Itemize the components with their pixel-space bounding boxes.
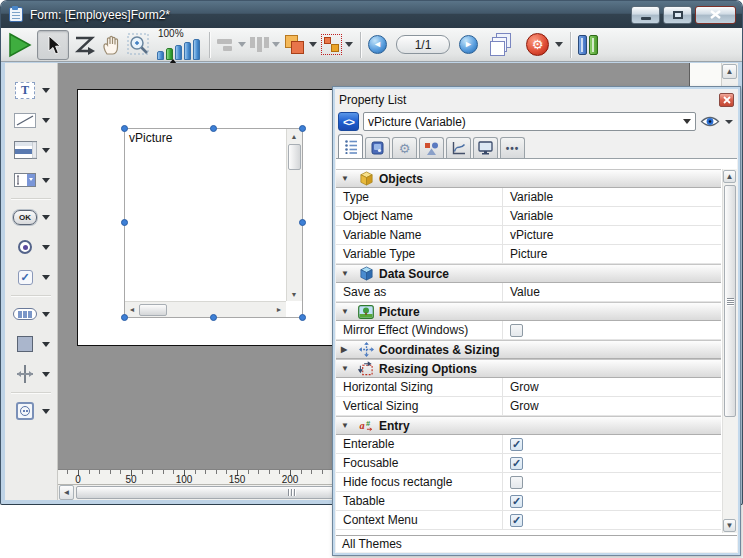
duplicate-tool[interactable] — [284, 30, 317, 60]
checkbox-hide-focus-rectangle[interactable] — [510, 476, 523, 489]
selection-tool[interactable] — [37, 30, 69, 60]
radio-button-tool[interactable] — [12, 232, 50, 262]
selection-handle-ne[interactable] — [299, 125, 306, 132]
entry-order-tool[interactable] — [73, 30, 97, 60]
rectangle-tool[interactable] — [12, 329, 50, 359]
run-button[interactable] — [5, 30, 33, 60]
zoom-level-widget[interactable]: 100% — [157, 30, 200, 60]
tab-display[interactable] — [473, 137, 498, 158]
section-header-entry[interactable]: ▼a#Entry — [336, 416, 721, 435]
dropdown-icon[interactable] — [42, 312, 50, 317]
collapse-triangle-icon[interactable]: ▼ — [341, 269, 351, 278]
dropdown-icon[interactable] — [42, 148, 50, 153]
listbox-tool[interactable] — [12, 135, 50, 165]
scrollbar-thumb[interactable] — [288, 144, 301, 170]
next-page-button[interactable]: ► — [459, 35, 478, 54]
property-list-scrollbar[interactable]: ▲ ▼ — [722, 169, 737, 533]
scroll-down-button[interactable]: ▼ — [723, 519, 736, 532]
checkbox-focusable[interactable]: ✓ — [510, 457, 523, 470]
scroll-up-button[interactable]: ▲ — [723, 170, 736, 183]
pan-hand-tool[interactable] — [101, 30, 123, 60]
property-value[interactable]: Picture — [503, 247, 721, 261]
property-value[interactable]: Variable — [503, 190, 721, 204]
duplicate-dropdown-icon[interactable] — [309, 42, 317, 47]
zoom-bar-1[interactable] — [157, 51, 164, 60]
scroll-left-button[interactable]: ◄ — [59, 485, 74, 500]
checkbox-mirror-effect-windows[interactable] — [510, 324, 523, 337]
collapse-triangle-icon[interactable]: ▼ — [341, 174, 351, 183]
dropdown-icon[interactable] — [42, 118, 50, 123]
dropdown-icon[interactable] — [42, 372, 50, 377]
section-header-objects[interactable]: ▼Objects — [336, 169, 721, 188]
dropdown-icon[interactable] — [42, 88, 50, 93]
property-list-titlebar[interactable]: Property List — [336, 90, 737, 109]
gear-dropdown-icon[interactable] — [555, 42, 563, 47]
object-selector-combobox[interactable]: vPicture (Variable) — [363, 112, 696, 131]
theme-bar[interactable]: All Themes — [336, 535, 737, 552]
property-row-horizontal-sizing[interactable]: Horizontal SizingGrow — [336, 378, 721, 397]
property-row-type[interactable]: TypeVariable — [336, 188, 721, 207]
zoom-bar-4[interactable] — [184, 42, 191, 60]
align-tool[interactable] — [217, 30, 246, 60]
line-tool[interactable] — [12, 105, 50, 135]
dropdown-icon[interactable] — [42, 275, 50, 280]
property-row-context-menu[interactable]: Context Menu✓ — [336, 511, 721, 530]
form-pages-button[interactable] — [490, 30, 514, 60]
scroll-up-button[interactable]: ▲ — [287, 129, 301, 143]
object-horizontal-scrollbar[interactable]: ◄ ► — [125, 301, 286, 317]
selection-handle-n[interactable] — [210, 125, 217, 132]
scrollbar-thumb[interactable] — [139, 304, 167, 316]
previous-page-button[interactable]: ◄ — [368, 35, 387, 54]
property-row-variable-name[interactable]: Variable NamevPicture — [336, 226, 721, 245]
maximize-button[interactable] — [663, 6, 692, 24]
property-value[interactable]: Variable — [503, 209, 721, 223]
selection-handle-sw[interactable] — [121, 314, 128, 321]
tab-objects[interactable] — [419, 137, 444, 158]
view-options-button[interactable] — [700, 115, 735, 128]
tab-events[interactable] — [446, 137, 471, 158]
checkbox-enterable[interactable]: ✓ — [510, 438, 523, 451]
combobox-tool[interactable] — [12, 165, 50, 195]
distribute-tool[interactable] — [250, 30, 280, 60]
plugin-area-tool[interactable] — [12, 396, 50, 426]
dropdown-icon[interactable] — [42, 245, 50, 250]
text-tool[interactable]: T — [12, 75, 50, 105]
section-header-picture[interactable]: ▼Picture — [336, 302, 721, 321]
dropdown-icon[interactable] — [42, 178, 50, 183]
section-header-data-source[interactable]: ▼Data Source — [336, 264, 721, 283]
property-value[interactable]: Grow — [503, 399, 721, 413]
dropdown-icon[interactable] — [42, 215, 50, 220]
scroll-right-button[interactable]: ► — [272, 303, 286, 317]
tab-data[interactable] — [365, 137, 390, 158]
selection-handle-nw[interactable] — [121, 125, 128, 132]
property-row-object-name[interactable]: Object NameVariable — [336, 207, 721, 226]
collapse-triangle-icon[interactable]: ▼ — [341, 364, 351, 373]
property-row-focusable[interactable]: Focusable✓ — [336, 454, 721, 473]
checkbox-tool[interactable]: ✓ — [12, 262, 50, 292]
splitter-tool[interactable] — [12, 359, 50, 389]
property-row-save-as[interactable]: Save asValue — [336, 283, 721, 302]
property-list-close-button[interactable] — [719, 93, 734, 107]
align-dropdown-icon[interactable] — [238, 42, 246, 47]
zoom-bars[interactable] — [157, 39, 200, 60]
property-row-tabable[interactable]: Tabable✓ — [336, 492, 721, 511]
property-row-enterable[interactable]: Enterable✓ — [336, 435, 721, 454]
checkbox-context-menu[interactable]: ✓ — [510, 514, 523, 527]
scroll-up-button[interactable]: ▲ — [722, 64, 737, 79]
tab-settings[interactable]: ⚙ — [392, 137, 417, 158]
tab-property-list[interactable] — [338, 134, 363, 158]
property-row-hide-focus-rectangle[interactable]: Hide focus rectangle — [336, 473, 721, 492]
property-row-vertical-sizing[interactable]: Vertical SizingGrow — [336, 397, 721, 416]
selection-handle-e[interactable] — [299, 219, 306, 226]
selection-handle-s[interactable] — [210, 314, 217, 321]
group-dropdown-icon[interactable] — [345, 42, 353, 47]
property-row-mirror-effect-windows[interactable]: Mirror Effect (Windows) — [336, 321, 721, 340]
button-tool[interactable]: OK — [12, 202, 50, 232]
section-header-resizing-options[interactable]: ▼Resizing Options — [336, 359, 721, 378]
zoom-bar-5[interactable] — [193, 39, 200, 60]
property-value[interactable]: Grow — [503, 380, 721, 394]
minimize-button[interactable] — [631, 6, 660, 24]
actions-gear-button[interactable]: ⚙ — [526, 30, 563, 60]
dropdown-icon[interactable] — [42, 409, 50, 414]
distribute-dropdown-icon[interactable] — [272, 42, 280, 47]
